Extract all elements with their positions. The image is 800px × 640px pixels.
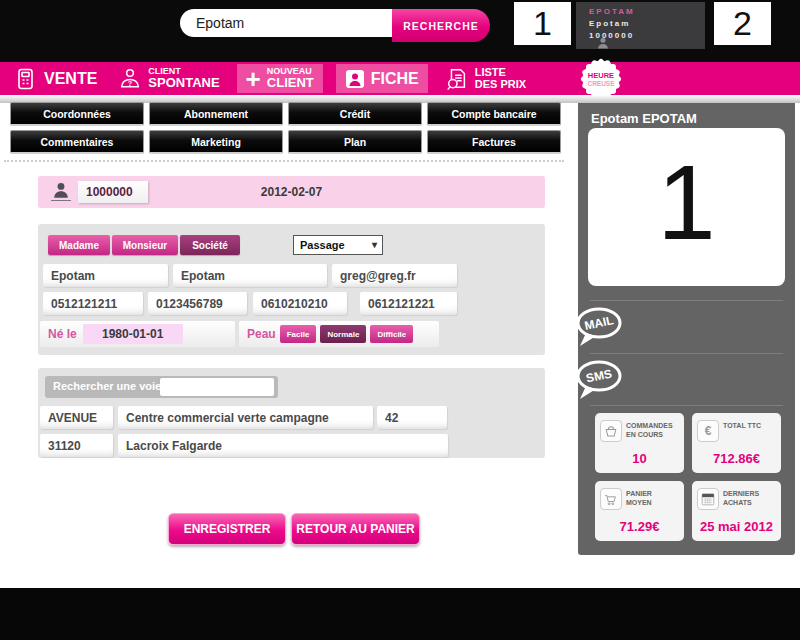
- nav-liste-line1: LISTE: [475, 67, 526, 79]
- tab-coordonnees[interactable]: Coordonnées: [10, 102, 144, 126]
- tab-commentaires[interactable]: Commentaires: [10, 130, 144, 154]
- nav-fiche[interactable]: FICHE: [336, 64, 428, 93]
- anonymous-client-icon: ?: [118, 67, 142, 90]
- nav-vente-label: VENTE: [44, 70, 97, 88]
- email-field[interactable]: [332, 264, 457, 287]
- tab-compte-bancaire[interactable]: Compte bancaire: [427, 102, 561, 126]
- stat-total-ttc: € TOTAL TTC 712.86€: [692, 413, 781, 473]
- nav-liste-des-prix[interactable]: LISTE DES PRIX: [441, 64, 530, 93]
- chevron-down-icon: ▾: [372, 236, 377, 254]
- client-name: Epotam: [589, 19, 705, 28]
- phone2-field[interactable]: [148, 292, 247, 315]
- photo-count: 1: [588, 128, 785, 278]
- nav-liste-line2: DES PRIX: [475, 79, 526, 91]
- nav-vente[interactable]: VENTE: [10, 64, 101, 93]
- mail-icon[interactable]: MAIL: [574, 304, 624, 350]
- way-type-field[interactable]: [40, 406, 113, 429]
- city-field[interactable]: [118, 434, 448, 457]
- nav-client-spontane[interactable]: ? CLIENT SPONTANE: [114, 64, 223, 93]
- badge-line1: HEURE: [588, 71, 614, 80]
- search-input[interactable]: [180, 9, 392, 37]
- client-creation-date: 2012-02-07: [38, 176, 545, 208]
- stat-label: COMMANDES EN COURS: [626, 420, 679, 440]
- tab-abonnement[interactable]: Abonnement: [149, 102, 283, 126]
- street-search-group: Rechercher une voie: [45, 376, 278, 398]
- stat-label: DERNIERS ACHATS: [723, 488, 776, 508]
- tab-factures[interactable]: Factures: [427, 130, 561, 154]
- payment-terminal-icon: [14, 67, 38, 91]
- tab-credit[interactable]: Crédit: [288, 102, 422, 126]
- skin-normale-button[interactable]: Normale: [320, 325, 366, 343]
- lastname-field[interactable]: [43, 264, 168, 287]
- divider: [590, 405, 783, 406]
- plus-icon: +: [246, 68, 261, 90]
- address-form-block: Rechercher une voie: [38, 368, 545, 458]
- client-brand: EPOTAM: [589, 7, 705, 16]
- way-name-field[interactable]: [118, 406, 373, 429]
- nav-client-spontane-line2: SPONTANE: [148, 76, 219, 90]
- street-number-field[interactable]: [377, 406, 447, 429]
- stat-label: PANIER MOYEN: [626, 488, 679, 508]
- stat-value: 25 mai 2012: [692, 519, 781, 534]
- client-slot-2[interactable]: 2: [714, 2, 771, 45]
- street-search-label: Rechercher une voie: [53, 380, 161, 392]
- skin-difficile-button[interactable]: Difficile: [370, 325, 413, 343]
- top-bar: RECHERCHE 1 EPOTAM Epotam 1000000 2: [0, 0, 800, 62]
- dotted-separator: [4, 160, 564, 162]
- nav-nouveau-client-line2: CLIENT: [267, 76, 314, 90]
- phone4-field[interactable]: [360, 292, 457, 315]
- cart-icon: [600, 488, 622, 510]
- skin-facile-button[interactable]: Facile: [280, 325, 317, 343]
- civility-monsieur-button[interactable]: Monsieur: [112, 235, 178, 255]
- footer-bar: Vendredi 3 Aout 1 6 : 4 7 centre commerc…: [0, 588, 800, 640]
- stat-commandes-en-cours: COMMANDES EN COURS 10: [595, 413, 684, 473]
- skin-group: Peau Facile Normale Difficile: [239, 321, 439, 347]
- stat-label: TOTAL TTC: [723, 420, 761, 431]
- tab-plan[interactable]: Plan: [288, 130, 422, 154]
- save-button[interactable]: ENREGISTRER: [168, 513, 286, 545]
- civility-madame-button[interactable]: Madame: [48, 235, 110, 255]
- phone1-field[interactable]: [43, 292, 143, 315]
- skin-label: Peau: [247, 327, 276, 341]
- sidebar-client-name: Epotam EPOTAM: [591, 111, 697, 126]
- svg-text:MAIL: MAIL: [583, 313, 615, 333]
- calendar-icon: [697, 488, 719, 510]
- stat-derniers-achats: DERNIERS ACHATS 25 mai 2012: [692, 481, 781, 541]
- divider: [590, 353, 783, 354]
- svg-text:SMS: SMS: [585, 366, 613, 385]
- tab-marketing[interactable]: Marketing: [149, 130, 283, 154]
- client-id-bar: 2012-02-07: [38, 176, 545, 208]
- birthdate-group: Né le: [40, 321, 235, 347]
- svg-text:?: ?: [128, 79, 133, 88]
- street-search-input[interactable]: [160, 378, 274, 396]
- basket-icon: [600, 420, 622, 442]
- person-icon: [596, 36, 610, 50]
- stat-value: 10: [595, 451, 684, 466]
- search-button[interactable]: RECHERCHE: [392, 9, 490, 42]
- client-summary-sidebar: Epotam EPOTAM 1 MAIL SMS: [578, 103, 795, 555]
- stat-panier-moyen: PANIER MOYEN 71.29€: [595, 481, 684, 541]
- client-type-value: Passage: [300, 239, 345, 251]
- divider: [590, 300, 783, 301]
- client-card-icon: [345, 69, 365, 89]
- firstname-field[interactable]: [173, 264, 327, 287]
- nav-fiche-label: FICHE: [371, 70, 419, 88]
- heure-creuse-badge[interactable]: HEURE CREUSE: [584, 62, 618, 96]
- back-to-cart-button[interactable]: RETOUR AU PANIER: [291, 513, 420, 545]
- badge-line2: CREUSE: [587, 80, 614, 87]
- stat-value: 712.86€: [692, 451, 781, 466]
- birthdate-field[interactable]: [83, 324, 183, 344]
- nav-nouveau-client[interactable]: + NOUVEAU CLIENT: [237, 64, 323, 93]
- main-nav: VENTE ? CLIENT SPONTANE + NOUVEAU CLIENT: [0, 62, 800, 95]
- phone3-field[interactable]: [253, 292, 347, 315]
- active-client-box[interactable]: EPOTAM Epotam 1000000: [576, 2, 705, 49]
- client-photo-box[interactable]: 1: [588, 128, 785, 286]
- client-slot-1[interactable]: 1: [514, 2, 571, 45]
- zip-field[interactable]: [40, 434, 113, 457]
- sms-icon[interactable]: SMS: [574, 357, 624, 403]
- price-list-icon: [445, 67, 469, 91]
- euro-icon: €: [697, 420, 719, 442]
- civility-societe-button[interactable]: Société: [180, 235, 240, 255]
- client-type-select[interactable]: Passage ▾: [293, 235, 383, 255]
- client-tabs: Coordonnées Abonnement Crédit Compte ban…: [10, 102, 561, 154]
